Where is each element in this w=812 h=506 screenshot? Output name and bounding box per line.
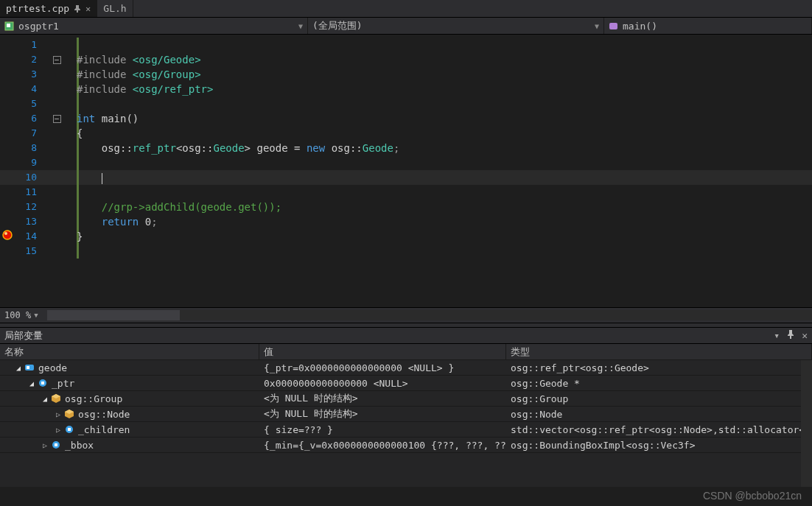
locals-row[interactable]: ◢osg::Group<为 NULL 时的结构>osg::Group [0, 391, 812, 407]
var-value: {_min={_v=0x0000000000000100 {???, ???, … [259, 438, 506, 452]
var-value: {_ptr=0x0000000000000000 <NULL> } [259, 360, 506, 375]
var-type: std::vector<osg::ref_ptr<osg::Node>,std:… [506, 422, 812, 437]
file-tab-bar: ptrtest.cpp✕GL.h [0, 0, 812, 18]
var-value: <为 NULL 时的结构> [259, 391, 506, 406]
tab-label: ptrtest.cpp [6, 3, 69, 14]
field-icon [37, 377, 49, 389]
tab-label: GL.h [103, 3, 126, 14]
locals-panel-titlebar: 局部变量 ▾ ✕ [0, 328, 812, 344]
svg-rect-1 [7, 24, 10, 27]
svg-point-3 [3, 231, 12, 239]
header-name[interactable]: 名称 [0, 344, 259, 359]
locals-rows: ◢geode{_ptr=0x0000000000000000 <NULL> }o… [0, 360, 812, 453]
close-icon[interactable]: ✕ [802, 330, 808, 341]
svg-rect-2 [609, 23, 617, 29]
locals-header[interactable]: 名称 值 类型 [0, 344, 812, 360]
scrollbar-thumb[interactable] [47, 310, 180, 320]
var-type: osg::Node [506, 407, 812, 421]
pin-icon[interactable] [787, 330, 794, 341]
var-value: <为 NULL 时的结构> [259, 407, 506, 421]
vertical-scrollbar[interactable] [801, 360, 812, 487]
expander-icon[interactable]: ◢ [40, 395, 50, 403]
var-name: osg::Group [65, 393, 122, 404]
scope2-dropdown[interactable]: (全局范围) ▼ [308, 18, 604, 34]
svg-rect-14 [68, 428, 71, 431]
var-icon [24, 362, 35, 373]
code-editor[interactable]: 123456789101112131415 −− #include <osg/G… [0, 35, 812, 307]
var-name: geode [38, 362, 67, 373]
var-name: osg::Node [78, 409, 130, 420]
svg-rect-6 [27, 366, 29, 369]
locals-row[interactable]: ◢geode{_ptr=0x0000000000000000 <NULL> }o… [0, 360, 812, 376]
field-icon [63, 424, 75, 435]
class-icon [50, 393, 62, 404]
var-type: osg::Geode * [506, 376, 812, 390]
member-dropdown[interactable]: main() [604, 18, 812, 34]
horizontal-scrollbar[interactable] [47, 310, 812, 320]
zoom-level[interactable]: 100 % [4, 310, 31, 320]
zoom-bar: 100 % ▼ [0, 307, 812, 323]
expander-icon[interactable]: ▷ [53, 426, 63, 434]
fold-gutter[interactable]: −− [40, 35, 74, 307]
locals-row[interactable]: ▷_children{ size=??? }std::vector<osg::r… [0, 422, 812, 438]
var-value: 0x0000000000000000 <NULL> [259, 376, 506, 390]
fold-toggle[interactable]: − [53, 115, 61, 123]
member-label: main() [623, 21, 657, 32]
var-name: _ptr [52, 378, 74, 389]
var-type: osg::BoundingBoxImpl<osg::Vec3f> [506, 438, 812, 452]
close-icon[interactable]: ✕ [85, 4, 91, 14]
file-tab[interactable]: GL.h [97, 0, 133, 17]
navigation-bar: osgptr1 ▼ (全局范围) ▼ main() [0, 18, 812, 35]
locals-row[interactable]: ▷_bbox{_min={_v=0x0000000000000100 {???,… [0, 438, 812, 453]
locals-row[interactable]: ◢_ptr0x0000000000000000 <NULL>osg::Geode… [0, 376, 812, 391]
scope-label: osgptr1 [18, 21, 59, 32]
file-tab[interactable]: ptrtest.cpp✕ [0, 0, 97, 17]
svg-rect-8 [41, 382, 44, 384]
scope-dropdown[interactable]: osgptr1 ▼ [0, 18, 308, 34]
var-value: { size=??? } [259, 422, 506, 437]
expander-icon[interactable]: ▷ [53, 410, 63, 418]
line-number-gutter: 123456789101112131415 [12, 35, 40, 307]
svg-point-4 [4, 232, 7, 235]
chevron-down-icon[interactable]: ▼ [34, 312, 38, 319]
var-type: osg::Group [506, 391, 812, 406]
header-value[interactable]: 值 [259, 344, 506, 359]
locals-panel: 名称 值 类型 ◢geode{_ptr=0x0000000000000000 <… [0, 344, 812, 487]
field-icon [50, 439, 62, 451]
fold-toggle[interactable]: − [53, 56, 61, 64]
scope2-label: (全局范围) [312, 19, 363, 32]
var-type: osg::ref_ptr<osg::Geode> [506, 360, 812, 375]
svg-rect-16 [55, 443, 57, 446]
window-menu-icon[interactable]: ▾ [774, 330, 780, 341]
locals-row[interactable]: ▷osg::Node<为 NULL 时的结构>osg::Node [0, 407, 812, 422]
expander-icon[interactable]: ◢ [27, 379, 37, 387]
text-caret [102, 173, 102, 184]
project-icon [4, 21, 14, 31]
code-area[interactable]: #include <osg/Geode>#include <osg/Group>… [74, 35, 812, 307]
watermark: CSDN @bcbobo21cn [703, 490, 802, 502]
function-icon [609, 21, 618, 31]
expander-icon[interactable]: ▷ [40, 441, 50, 449]
header-type[interactable]: 类型 [506, 344, 812, 359]
expander-icon[interactable]: ◢ [13, 364, 24, 372]
panel-title: 局部变量 [4, 329, 43, 342]
var-name: _children [78, 424, 130, 435]
pin-icon[interactable] [74, 5, 81, 13]
class-icon [63, 408, 75, 420]
chevron-down-icon: ▼ [298, 22, 303, 30]
chevron-down-icon: ▼ [595, 22, 599, 30]
var-name: _bbox [65, 440, 94, 451]
